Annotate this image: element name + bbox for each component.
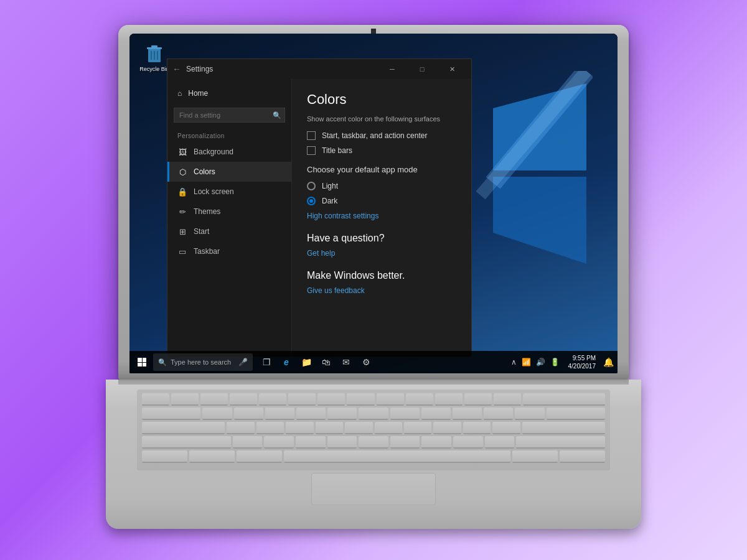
windows-desktop: Recycle Bin ← Settings ─ □ ✕	[129, 34, 618, 373]
content-title: Colors	[307, 91, 456, 108]
key	[359, 436, 388, 449]
key	[296, 436, 326, 449]
minimize-button[interactable]: ─	[378, 60, 406, 78]
notification-icon[interactable]: 🔔	[603, 357, 614, 367]
key	[464, 393, 492, 406]
key	[317, 393, 345, 406]
lock-screen-label: Lock screen	[194, 187, 234, 196]
start-button[interactable]	[133, 353, 151, 371]
start-icon: ⊞	[177, 226, 187, 236]
close-button[interactable]: ✕	[438, 60, 466, 78]
back-button[interactable]: ←	[172, 64, 181, 74]
camera	[371, 29, 376, 34]
sidebar-home-item[interactable]: ⌂ Home	[167, 84, 291, 103]
svg-rect-3	[147, 47, 162, 49]
themes-icon: ✏	[177, 207, 187, 217]
sidebar-item-taskbar[interactable]: ▭ Taskbar	[167, 241, 291, 261]
checkbox-title-bars: Title bars	[307, 146, 456, 155]
key-caps	[142, 422, 225, 434]
checkbox-title-bars-label: Title bars	[322, 146, 352, 155]
taskbar-label: Taskbar	[194, 247, 220, 256]
key	[375, 422, 402, 434]
settings-window: ← Settings ─ □ ✕	[167, 58, 472, 357]
key-enter2	[522, 422, 605, 434]
search-box: 🔍	[174, 108, 285, 123]
get-help-link[interactable]: Get help	[307, 249, 456, 258]
tray-network-icon[interactable]: 📶	[520, 357, 532, 368]
key-alt-r	[512, 450, 558, 463]
sidebar-item-background[interactable]: 🖼 Background	[167, 142, 291, 162]
checkbox-title-bars-input[interactable]	[307, 146, 316, 155]
radio-dark-input[interactable]	[307, 197, 316, 205]
feedback-link[interactable]: Give us feedback	[307, 286, 456, 295]
key	[288, 393, 316, 406]
radio-light[interactable]: Light	[307, 182, 456, 190]
sidebar-item-colors[interactable]: ⬡ Colors	[167, 162, 291, 182]
edge-button[interactable]: e	[278, 353, 295, 371]
sidebar-item-themes[interactable]: ✏ Themes	[167, 202, 291, 222]
radio-dark[interactable]: Dark	[307, 197, 456, 205]
maximize-button[interactable]: □	[408, 60, 436, 78]
store-button[interactable]: 🛍	[317, 353, 335, 371]
key	[484, 408, 513, 420]
search-input[interactable]	[174, 108, 285, 123]
radio-light-label: Light	[322, 182, 338, 190]
title-bar: ← Settings ─ □ ✕	[167, 59, 471, 79]
settings-button[interactable]: ⚙	[357, 353, 375, 371]
window-title: Settings	[186, 65, 213, 73]
tray-volume-icon[interactable]: 🔊	[535, 357, 547, 368]
home-icon: ⌂	[177, 89, 182, 98]
radio-light-input[interactable]	[307, 182, 316, 190]
tray-clock[interactable]: 9:55 PM 4/20/2017	[565, 354, 600, 370]
key-backspace	[523, 393, 605, 406]
key-alt	[237, 450, 282, 463]
settings-sidebar: ⌂ Home 🔍 Personalization 🖼 Background	[167, 79, 292, 357]
task-view-button[interactable]: ❐	[258, 353, 275, 371]
key	[515, 408, 544, 420]
tray-battery-icon[interactable]: 🔋	[549, 357, 561, 368]
background-icon: 🖼	[177, 147, 187, 157]
key	[259, 393, 286, 406]
windows-logo	[138, 358, 146, 366]
key-row-1	[142, 393, 605, 406]
title-bar-left: ← Settings	[172, 64, 213, 74]
key	[345, 422, 372, 434]
high-contrast-link[interactable]: High contrast settings	[307, 212, 456, 220]
key-tab	[142, 408, 200, 420]
key	[453, 408, 482, 420]
recycle-bin-icon[interactable]: Recycle Bin	[138, 42, 171, 73]
key-shift-r	[516, 436, 605, 449]
key	[265, 408, 294, 420]
tray-time: 9:55 PM	[568, 354, 596, 362]
laptop-container: Recycle Bin ← Settings ─ □ ✕	[106, 25, 641, 535]
content-subtitle: Show accent color on the following surfa…	[307, 115, 456, 123]
taskbar-search-box[interactable]: 🔍 Type here to search 🎤	[153, 353, 253, 371]
mail-button[interactable]: ✉	[337, 353, 355, 371]
wallpaper-logo	[468, 71, 593, 295]
key-row-4	[142, 436, 605, 449]
taskbar-mic-icon[interactable]: 🎤	[238, 358, 248, 366]
key	[234, 408, 263, 420]
sidebar-item-start[interactable]: ⊞ Start	[167, 222, 291, 241]
taskbar-search-text: Type here to search	[171, 358, 235, 366]
recycle-bin-image	[143, 42, 166, 65]
checkbox-start-taskbar-input[interactable]	[307, 131, 316, 140]
key	[435, 393, 463, 406]
key-space	[284, 450, 511, 463]
touchpad[interactable]	[311, 473, 436, 505]
key	[327, 408, 357, 420]
key-enter	[547, 408, 605, 420]
key	[264, 436, 294, 449]
home-label: Home	[188, 89, 208, 98]
sidebar-item-lock-screen[interactable]: 🔒 Lock screen	[167, 182, 291, 202]
search-icon: 🔍	[273, 111, 281, 119]
key	[347, 393, 374, 406]
keyboard-hinge	[118, 380, 629, 385]
tray-chevron[interactable]: ∧	[510, 357, 518, 368]
key	[494, 393, 521, 406]
taskbar-tray: ∧ 📶 🔊 🔋 9:55 PM 4/20/2017 🔔	[510, 354, 614, 370]
files-button[interactable]: 📁	[298, 353, 315, 371]
recycle-bin-label: Recycle Bin	[138, 66, 171, 73]
key	[200, 393, 228, 406]
checkbox-start-taskbar-label: Start, taskbar, and action center	[322, 131, 427, 140]
